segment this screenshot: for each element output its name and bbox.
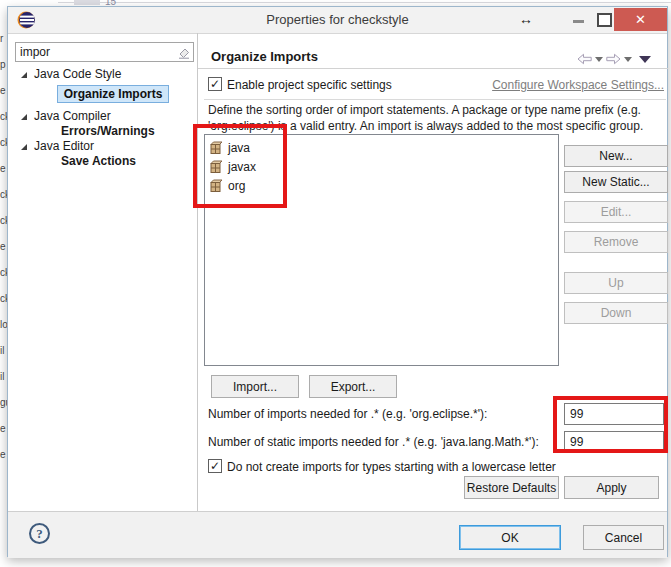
enable-project-settings-label: Enable project specific settings — [227, 78, 392, 92]
checkmark-icon: ✓ — [210, 459, 220, 473]
configure-workspace-settings-link[interactable]: Configure Workspace Settings... — [492, 78, 664, 92]
enable-project-settings-checkbox[interactable]: ✓ — [208, 77, 222, 91]
import-button[interactable]: Import... — [211, 375, 299, 398]
maximize-icon[interactable] — [597, 13, 612, 27]
new-static-button[interactable]: New Static... — [564, 171, 668, 193]
tree-node-save-actions[interactable]: Save Actions — [61, 153, 136, 170]
imports-count-label: Number of imports needed for .* (e.g. 'o… — [208, 407, 487, 421]
filter-box — [15, 42, 194, 62]
tree-node-label: Java Code Style — [34, 67, 121, 81]
close-button[interactable]: ✕ — [614, 8, 667, 31]
tree-node-label: Java Compiler — [34, 109, 111, 123]
new-button[interactable]: New... — [564, 145, 668, 167]
forward-history-dropdown-icon[interactable] — [624, 57, 632, 62]
tree-expand-icon[interactable] — [21, 72, 27, 78]
remove-button: Remove — [564, 231, 668, 253]
header-divider — [198, 68, 668, 69]
page-title: Organize Imports — [211, 49, 318, 64]
lowercase-imports-checkbox[interactable]: ✓ — [208, 459, 222, 473]
view-menu-icon[interactable] — [639, 56, 651, 63]
cancel-button[interactable]: Cancel — [583, 525, 664, 550]
clear-filter-icon[interactable] — [177, 46, 190, 59]
forward-arrow-icon[interactable] — [606, 53, 621, 65]
tree-expand-icon[interactable] — [21, 144, 27, 150]
screen: 15 r p e ck ck e ck ck e ck ck lo il il … — [0, 0, 671, 567]
restore-defaults-button[interactable]: Restore Defaults — [464, 476, 559, 499]
tree-node-label: Errors/Warnings — [61, 124, 155, 138]
restore-size-icon[interactable]: ↔ — [519, 11, 533, 27]
filter-input[interactable] — [20, 44, 170, 60]
static-imports-count-label: Number of static imports needed for .* (… — [208, 435, 539, 449]
description-line-1: Define the sorting order of import state… — [208, 103, 670, 117]
title-bar[interactable]: Properties for checkstyle ↔ ✕ — [8, 7, 667, 34]
section-divider — [204, 99, 666, 100]
dialog-footer: ? OK Cancel — [8, 511, 667, 558]
sidebar-divider — [197, 33, 198, 511]
window-title: Properties for checkstyle — [8, 12, 667, 27]
tree-node-java-code-style[interactable]: Java Code Style — [34, 66, 121, 83]
annotation-rect-import-groups — [193, 124, 287, 208]
lowercase-imports-label: Do not create imports for types starting… — [227, 460, 556, 474]
tree-node-organize-imports-selected[interactable]: Organize Imports — [57, 85, 169, 103]
back-arrow-icon[interactable] — [577, 53, 592, 65]
help-icon[interactable]: ? — [29, 523, 50, 544]
tree-node-label: Save Actions — [61, 154, 136, 168]
minimize-icon[interactable] — [573, 20, 584, 23]
tree-expand-icon[interactable] — [21, 114, 27, 120]
checkmark-icon: ✓ — [210, 77, 220, 91]
background-window-fragment — [74, 0, 100, 5]
ok-button[interactable]: OK — [459, 525, 561, 550]
annotation-rect-number-fields — [553, 396, 668, 453]
tree-node-label: Java Editor — [34, 139, 94, 153]
apply-button[interactable]: Apply — [564, 476, 659, 499]
edit-button: Edit... — [564, 201, 668, 223]
background-text-fragments: r p e ck ck e ck ck e ck ck lo il il gu … — [0, 26, 7, 468]
down-button: Down — [564, 302, 668, 324]
up-button: Up — [564, 272, 668, 294]
properties-dialog: Properties for checkstyle ↔ ✕ Java Code … — [7, 6, 668, 557]
tree-node-label: Organize Imports — [64, 87, 163, 101]
background-window-edge — [58, 2, 671, 3]
back-history-dropdown-icon[interactable] — [595, 57, 603, 62]
export-button[interactable]: Export... — [309, 375, 397, 398]
